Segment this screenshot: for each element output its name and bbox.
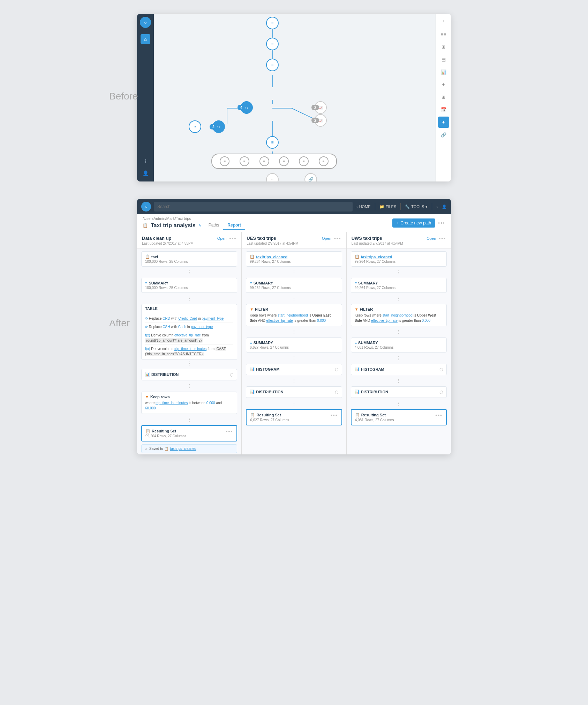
result-dots-1[interactable]: •••: [226, 429, 233, 434]
path-open-btn-1[interactable]: Open: [217, 236, 227, 240]
uws-connector-1: ⋮: [347, 269, 451, 275]
uws-dist-share[interactable]: ⬡: [439, 390, 443, 395]
files-nav-btn[interactable]: 📁 FILES: [379, 205, 397, 209]
split-node: ↑↓ 4: [240, 101, 253, 114]
nav-divider-3: [432, 203, 432, 210]
path-open-btn-3[interactable]: Open: [427, 236, 436, 240]
path-dots-3[interactable]: •••: [439, 236, 446, 241]
path-dots-1[interactable]: •••: [229, 236, 237, 241]
rt-icon-grid2[interactable]: ⊞: [438, 91, 449, 103]
sidebar-logo[interactable]: ○: [140, 17, 151, 28]
before-sidebar: ○ ⌂ ℹ 👤: [137, 14, 154, 181]
edit-icon[interactable]: ✎: [198, 223, 202, 228]
step-uws-distribution: 📊 DISTRIBUTION ⬡: [351, 386, 447, 398]
breadcrumb-actions: + Create new path •••: [392, 218, 445, 228]
bar-node-2[interactable]: ≡: [240, 156, 249, 166]
ues-hist-title: 📊 HISTOGRAM: [250, 367, 279, 371]
flow-node-3[interactable]: ≡: [266, 59, 279, 71]
breadcrumb-left: /Users/admin/Mark/Taxi trips 📋 Taxi trip…: [143, 216, 245, 230]
bar-node-3[interactable]: ≡: [259, 156, 269, 166]
flow-bar: ≡ ≡ ≡ ≡ ≡ ≡: [211, 154, 337, 169]
sidebar-icon-home[interactable]: ⌂: [141, 34, 150, 44]
ues-hist-share[interactable]: ⬡: [335, 367, 338, 372]
ues-summary1-icon: ≡: [250, 281, 252, 285]
search-input[interactable]: [154, 202, 353, 212]
tab-paths[interactable]: Paths: [204, 221, 224, 230]
rt-icon-active[interactable]: ✦: [438, 117, 449, 128]
nav-logo[interactable]: ○: [141, 202, 151, 212]
saved-icon: 📋: [164, 447, 168, 451]
tab-bar: Paths Report: [204, 221, 245, 230]
bar-node-6[interactable]: ≡: [319, 156, 329, 166]
flow-canvas: ≡ ≡ ≡ ↑↓ 4 📈 2 ↑↓ 2: [154, 14, 436, 181]
step-sub-summary1: 100,000 Rows, 25 Columns: [145, 286, 233, 290]
bottom-node-1[interactable]: ≈: [266, 173, 279, 181]
result-row-2: 📋 Resulting Set •••: [250, 413, 338, 418]
flow-node-1[interactable]: ≡: [266, 17, 279, 29]
home-nav-btn[interactable]: ⌂ HOME: [355, 205, 371, 209]
step-ues-source: 📋 taxitrips_cleaned 99,264 Rows, 27 Colu…: [246, 251, 342, 267]
saved-link[interactable]: taxitrips_cleaned: [170, 447, 196, 451]
user-nav-btn[interactable]: 👤: [442, 205, 447, 209]
step-ues-summary-1: ≡ SUMMARY 99,264 Rows, 27 Columns: [246, 278, 342, 293]
tools-nav-btn[interactable]: 🔧 TOOLS ▾: [405, 205, 428, 209]
bottom-node-2[interactable]: 🔗: [304, 173, 317, 181]
merge-node[interactable]: ≡: [266, 136, 279, 149]
uws-summary2-sub: 4,081 Rows, 27 Columns: [355, 346, 443, 349]
path-open-btn-2[interactable]: Open: [322, 236, 331, 240]
uws-hist-share[interactable]: ⬡: [439, 367, 443, 372]
sidebar-icon-user[interactable]: 👤: [141, 168, 150, 178]
result-card-1: 📋 Resulting Set ••• 99,264 Rows, 27 Colu…: [141, 425, 237, 441]
result-dots-3[interactable]: •••: [435, 413, 443, 418]
path-dots-2[interactable]: •••: [334, 236, 341, 241]
uws-summary1-sub: 99,264 Rows, 27 Columns: [355, 286, 443, 290]
connector-3: ⋮: [137, 361, 241, 366]
rt-icon-list[interactable]: ≡≡: [438, 29, 449, 40]
project-title: Taxi trip analysis: [151, 222, 196, 229]
ues-table-icon: 📋: [250, 254, 255, 259]
ues-summary1-title: ≡ SUMMARY: [250, 281, 338, 285]
uws-summary1-label: SUMMARY: [358, 281, 378, 285]
uws-hist-icon: 📊: [355, 367, 360, 371]
uws-filter-title: ▼ FILTER: [355, 307, 443, 311]
rt-icon-link[interactable]: 🔗: [438, 129, 449, 140]
path-actions-2: Open •••: [322, 236, 341, 241]
ues-connector-5: ⋮: [242, 378, 346, 384]
ues-dist-label: DISTRIBUTION: [256, 390, 283, 394]
bar-node-5[interactable]: ≡: [299, 156, 309, 166]
uws-filter-detail: Keep rows where start_neighborhood is Up…: [355, 313, 443, 323]
uws-hist-title: 📊 HISTOGRAM: [355, 367, 384, 371]
back-nav-btn[interactable]: ‹: [436, 205, 438, 209]
sidebar-icon-info[interactable]: ℹ: [141, 156, 150, 166]
save-arrow-icon: ↙: [145, 447, 148, 451]
create-path-button[interactable]: + Create new path: [392, 218, 435, 228]
step-sub-taxi: 100,000 Rows, 25 Columns: [145, 260, 233, 264]
path-title-2: UES taxi trips: [247, 236, 298, 241]
rt-icon-cal[interactable]: 📅: [438, 104, 449, 115]
dist-share-icon-1[interactable]: ⬡: [230, 372, 233, 377]
rt-icon-table[interactable]: ▤: [438, 54, 449, 65]
ues-hist-label: HISTOGRAM: [256, 367, 279, 371]
step-name-taxi: taxi: [151, 255, 158, 259]
ues-dist-share[interactable]: ⬡: [335, 390, 338, 395]
result-dots-2[interactable]: •••: [331, 413, 338, 418]
result-row-3: 📋 Resulting Set •••: [355, 413, 443, 418]
tab-report[interactable]: Report: [223, 221, 245, 230]
breadcrumb-dots-menu[interactable]: •••: [438, 220, 445, 226]
ues-summary1-sub: 99,264 Rows, 27 Columns: [250, 286, 338, 290]
rt-icon-chart[interactable]: 📊: [438, 66, 449, 77]
bar-node-1[interactable]: ≡: [220, 156, 229, 166]
collapse-chevron[interactable]: ›: [438, 17, 449, 25]
result-label-2: Resulting Set: [256, 413, 281, 417]
rt-icon-star[interactable]: ✦: [438, 79, 449, 90]
path-actions-3: Open •••: [427, 236, 446, 241]
path-sub-1: Last updated 2/7/2017 at 4:55PM: [142, 242, 194, 245]
filter-node[interactable]: ≈: [189, 120, 201, 133]
ues-summary2-label: SUMMARY: [254, 341, 273, 345]
ues-source-sub: 99,264 Rows, 27 Columns: [250, 260, 338, 264]
step-uws-source: 📋 taxitrips_cleaned 99,264 Rows, 27 Colu…: [351, 251, 447, 267]
bar-node-4[interactable]: ≡: [279, 156, 289, 166]
uws-source-title: 📋 taxitrips_cleaned: [355, 254, 443, 259]
flow-node-2[interactable]: ≡: [266, 38, 279, 50]
rt-icon-grid[interactable]: ⊞: [438, 41, 449, 52]
